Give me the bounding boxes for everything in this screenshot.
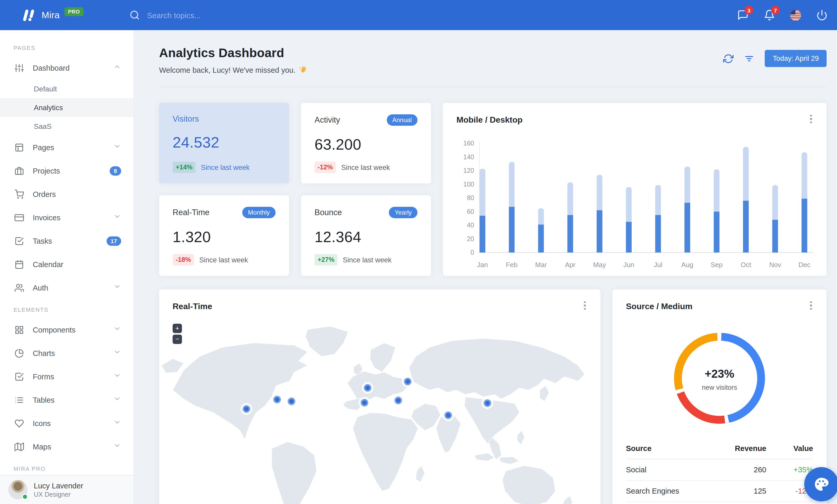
notifications-button[interactable]: 7 [764, 10, 775, 21]
theme-settings-fab[interactable] [804, 467, 837, 501]
map-zoom-out-button[interactable]: − [173, 335, 182, 344]
col-value: Value [776, 444, 813, 452]
chart-menu-kebab-icon[interactable] [807, 114, 815, 124]
layout-icon [15, 143, 24, 152]
map-marker-2[interactable] [271, 394, 283, 405]
sidebar-item-projects[interactable]: Projects8 [0, 159, 133, 182]
sidebar: PAGESDashboardDefaultAnalyticsSaaSPagesP… [0, 30, 134, 504]
messages-button[interactable]: 3 [737, 10, 749, 21]
sidebar-item-components[interactable]: Components [0, 318, 133, 341]
col-revenue: Revenue [718, 444, 776, 452]
svg-text:120: 120 [463, 167, 474, 174]
stat-value: 12.364 [315, 229, 417, 246]
map-marker-6[interactable] [392, 395, 404, 406]
stat-note: Since last week [341, 163, 390, 171]
calendar-icon [15, 260, 24, 269]
sidebar-item-charts[interactable]: Charts [0, 341, 133, 365]
mira-logo-icon [23, 8, 36, 22]
main-content: Analytics Dashboard Welcome back, Lucy! … [134, 30, 837, 504]
svg-text:Jan: Jan [477, 261, 488, 268]
sidebar-subitem-saas[interactable]: SaaS [0, 117, 133, 136]
sidebar-item-maps[interactable]: Maps [0, 435, 133, 458]
svg-text:Dec: Dec [798, 261, 810, 268]
palette-icon [814, 477, 829, 492]
page-subtitle: Welcome back, Lucy! We've missed you. [159, 66, 307, 74]
trend-badge: -18% [173, 254, 194, 265]
source-medium-title: Source / Medium [626, 302, 813, 311]
brand[interactable]: Mira PRO [23, 8, 84, 22]
map-marker-5[interactable] [359, 397, 370, 408]
chevron-down-icon [113, 418, 121, 426]
period-pill[interactable]: Annual [387, 114, 417, 126]
credit-card-icon [15, 213, 24, 222]
chart-title: Mobile / Desktop [457, 115, 813, 125]
sidebar-item-invoices[interactable]: Invoices [0, 206, 133, 229]
svg-text:Jun: Jun [623, 261, 634, 268]
sidebar-item-forms[interactable]: Forms [0, 365, 133, 388]
source-menu-kebab-icon[interactable] [807, 301, 815, 310]
stat-card-bounce[interactable]: Bounce Yearly 12.364 +27% Since last wee… [301, 195, 431, 276]
sidebar-item-label: Tables [33, 396, 113, 404]
svg-text:100: 100 [463, 181, 474, 188]
world-map[interactable] [159, 323, 601, 504]
sidebar-item-tables[interactable]: Tables [0, 388, 133, 411]
map-marker-8[interactable] [442, 409, 454, 421]
sidebar-subitem-analytics[interactable]: Analytics [0, 98, 133, 117]
today-date-button[interactable]: Today: April 29 [765, 50, 826, 67]
refresh-button[interactable] [724, 53, 734, 64]
sidebar-section-pages: PAGES [0, 37, 133, 56]
sidebar-item-label: Invoices [33, 213, 113, 222]
source-revenue: 125 [718, 487, 776, 495]
svg-text:20: 20 [467, 235, 474, 242]
stat-note: Since last week [343, 256, 392, 264]
sidebar-item-label: Orders [33, 190, 121, 198]
map-marker-9[interactable] [482, 397, 493, 409]
source-medium-card: Source / Medium +23% new visitors Source… [612, 290, 826, 504]
period-pill[interactable]: Yearly [389, 207, 417, 218]
shopping-cart-icon [15, 189, 24, 199]
sidebar-subitem-default[interactable]: Default [0, 79, 133, 98]
map-zoom-in-button[interactable]: + [173, 324, 182, 333]
period-pill[interactable]: Monthly [242, 207, 275, 218]
sidebar-item-calendar[interactable]: Calendar [0, 253, 133, 276]
sign-out-button[interactable] [816, 10, 827, 21]
trend-badge: -12% [315, 162, 336, 173]
search-bar[interactable] [129, 10, 282, 20]
sidebar-item-tasks[interactable]: Tasks17 [0, 229, 133, 253]
map-marker-7[interactable] [402, 376, 413, 387]
sidebar-item-auth[interactable]: Auth [0, 276, 133, 299]
sidebar-item-dashboard[interactable]: Dashboard [0, 56, 133, 79]
sidebar-item-orders[interactable]: Orders [0, 182, 133, 206]
map-marker-3[interactable] [286, 395, 297, 407]
search-input[interactable] [147, 11, 282, 19]
stat-value: 1.320 [173, 229, 275, 246]
svg-text:80: 80 [467, 194, 474, 201]
refresh-icon [724, 53, 734, 64]
map-menu-kebab-icon[interactable] [581, 301, 589, 310]
filter-button[interactable] [744, 53, 754, 64]
sidebar-item-label: Calendar [33, 260, 121, 268]
chevron-down-icon [113, 442, 121, 449]
briefcase-icon [15, 166, 24, 175]
svg-text:May: May [593, 261, 606, 268]
stat-card-realtime[interactable]: Real-Time Monthly 1.320 -18% Since last … [159, 195, 289, 276]
map-marker-4[interactable] [362, 382, 374, 394]
sidebar-item-pages[interactable]: Pages [0, 136, 133, 159]
trend-badge: +27% [315, 254, 338, 265]
page-header-text: Analytics Dashboard Welcome back, Lucy! … [159, 46, 307, 74]
sidebar-item-label: Charts [33, 349, 113, 357]
map-marker-1[interactable] [241, 403, 252, 415]
avatar[interactable] [8, 480, 28, 499]
stat-card-visitors[interactable]: Visitors 24.532 +14% Since last week [159, 103, 289, 183]
notifications-count-badge: 7 [771, 6, 780, 15]
source-table: Source Revenue Value Social260+35%Search… [626, 438, 813, 504]
donut-center-label: new visitors [702, 384, 737, 391]
list-icon [15, 395, 24, 405]
stat-card-activity[interactable]: Activity Annual 63.200 -12% Since last w… [301, 103, 431, 183]
language-flag-us[interactable] [790, 10, 801, 20]
sidebar-item-icons[interactable]: Icons [0, 411, 133, 435]
sidebar-item-label: Tasks [33, 237, 107, 245]
source-value: +35% [776, 466, 813, 474]
pro-badge: PRO [65, 7, 84, 16]
sidebar-user-footer[interactable]: Lucy Lavender UX Designer [0, 475, 133, 504]
